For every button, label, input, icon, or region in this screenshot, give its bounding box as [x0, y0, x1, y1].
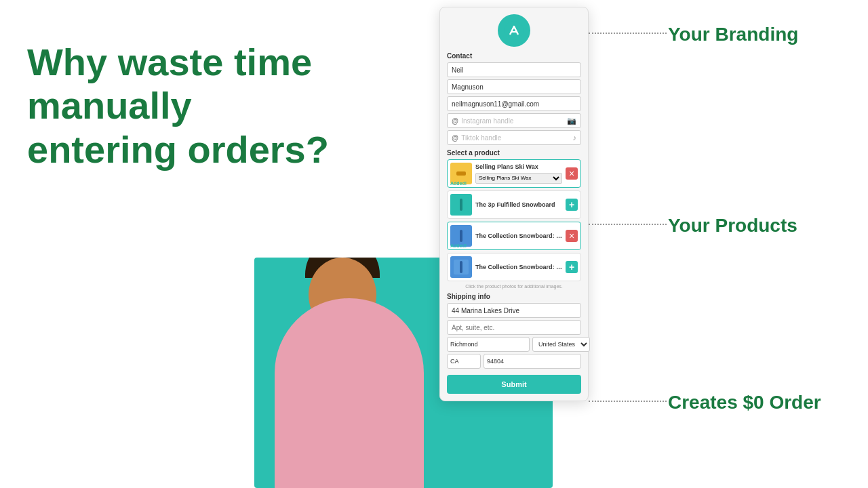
- svg-rect-2: [456, 171, 466, 176]
- tiktok-placeholder: Tiktok handle: [461, 134, 501, 142]
- submit-button[interactable]: Submit: [447, 375, 581, 394]
- product-info-1: Selling Plans Ski Wax Selling Plans Ski …: [475, 163, 562, 184]
- order-dotted-line: [589, 401, 667, 402]
- product-info-3: The Collection Snowboard: Liquid: [475, 232, 562, 239]
- logo-area: [447, 14, 581, 47]
- tiktok-at: @: [452, 134, 458, 142]
- product-remove-btn-3[interactable]: ×: [566, 230, 578, 242]
- products-dotted-line: [589, 224, 667, 225]
- product-card-2: The 3p Fulfilled Snowboard +: [447, 190, 581, 219]
- branding-dotted-line: [589, 33, 667, 34]
- product-card-1: Selling Plans Ski Wax Selling Plans Ski …: [447, 159, 581, 188]
- svg-rect-4: [460, 199, 462, 211]
- product-variant-select-1[interactable]: Selling Plans Ski Wax: [475, 173, 562, 184]
- product-card-4: The Collection Snowboard: Oxygen +: [447, 253, 581, 281]
- click-note: Click the product photos for additional …: [447, 284, 581, 289]
- product-added-label-3: Added!: [450, 243, 467, 248]
- product-img-2: [450, 194, 472, 216]
- branding-label: Your Branding: [668, 24, 798, 45]
- tiktok-icon: ♪: [573, 134, 577, 142]
- instagram-placeholder: Instagram handle: [461, 117, 513, 125]
- city-country-row: United States: [447, 337, 581, 352]
- order-form-card: Contact @ Instagram handle 📷 @ Tiktok ha…: [439, 7, 589, 401]
- product-name-3: The Collection Snowboard: Liquid: [475, 232, 562, 239]
- products-label: Your Products: [668, 215, 797, 237]
- product-add-btn-2[interactable]: +: [566, 199, 578, 211]
- svg-point-0: [505, 21, 524, 40]
- instagram-icon: 📷: [567, 117, 576, 125]
- svg-rect-6: [460, 230, 462, 242]
- logo-circle: [498, 14, 530, 47]
- first-name-input[interactable]: [447, 62, 581, 77]
- product-added-label-1: Added!: [450, 181, 467, 186]
- last-name-input[interactable]: [447, 79, 581, 94]
- product-info-2: The 3p Fulfilled Snowboard: [475, 201, 562, 208]
- order-label: Creates $0 Order: [668, 392, 821, 413]
- address1-input[interactable]: [447, 303, 581, 318]
- state-input[interactable]: [447, 354, 481, 369]
- instagram-at: @: [452, 117, 458, 125]
- address2-input[interactable]: [447, 320, 581, 335]
- product-section-label: Select a product: [447, 149, 581, 157]
- tiktok-field[interactable]: @ Tiktok handle ♪: [447, 130, 581, 145]
- shipping-section-label: Shipping info: [447, 293, 581, 300]
- product-img-4: [450, 256, 472, 278]
- zip-input[interactable]: [484, 354, 581, 369]
- state-zip-row: [447, 354, 581, 369]
- country-select[interactable]: United States: [532, 337, 590, 352]
- logo-icon: [505, 21, 524, 40]
- product-card-3: The Collection Snowboard: Liquid × Added…: [447, 222, 581, 250]
- headline-section: Why waste time manually entering orders?: [27, 41, 407, 171]
- product-add-btn-4[interactable]: +: [566, 261, 578, 273]
- headline-text: Why waste time manually entering orders?: [27, 41, 407, 171]
- product-name-1: Selling Plans Ski Wax: [475, 163, 562, 170]
- email-input[interactable]: [447, 96, 581, 111]
- product-info-4: The Collection Snowboard: Oxygen: [475, 264, 562, 270]
- contact-section-label: Contact: [447, 52, 581, 60]
- product-name-2: The 3p Fulfilled Snowboard: [475, 201, 562, 208]
- instagram-field[interactable]: @ Instagram handle 📷: [447, 113, 581, 128]
- person-body: [275, 298, 424, 488]
- product-remove-btn-1[interactable]: ×: [566, 167, 578, 180]
- product-name-4: The Collection Snowboard: Oxygen: [475, 264, 562, 270]
- city-input[interactable]: [447, 337, 530, 352]
- svg-rect-8: [460, 261, 462, 273]
